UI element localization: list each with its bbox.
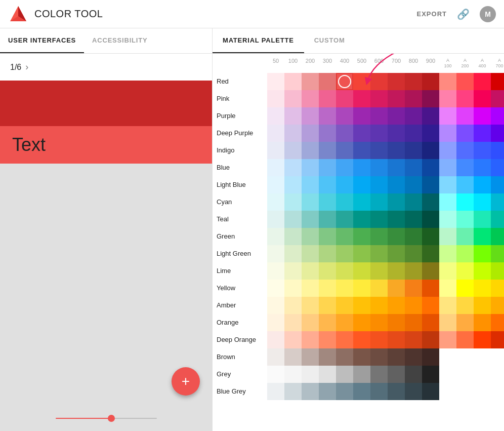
color-swatch[interactable] (336, 262, 353, 280)
slider-track[interactable] (56, 418, 157, 419)
color-swatch[interactable] (370, 159, 388, 176)
color-swatch[interactable] (336, 314, 353, 331)
color-swatch[interactable] (474, 159, 491, 176)
color-swatch[interactable] (439, 159, 456, 176)
color-swatch[interactable] (302, 176, 319, 193)
color-swatch[interactable] (474, 176, 491, 193)
color-swatch[interactable] (422, 211, 439, 228)
color-swatch[interactable] (422, 90, 439, 107)
color-swatch[interactable] (267, 90, 284, 107)
color-swatch[interactable] (456, 331, 474, 348)
color-swatch[interactable] (284, 348, 302, 366)
tab-material-palette[interactable]: MATERIAL PALETTE (213, 28, 304, 53)
color-swatch[interactable] (439, 262, 456, 280)
color-swatch[interactable] (284, 142, 302, 159)
color-swatch[interactable] (319, 125, 336, 142)
color-swatch[interactable] (388, 297, 405, 314)
color-swatch[interactable] (302, 331, 319, 348)
color-swatch[interactable] (267, 228, 284, 245)
color-swatch[interactable] (388, 314, 405, 331)
color-swatch[interactable] (405, 348, 422, 366)
color-swatch[interactable] (336, 280, 353, 297)
color-swatch[interactable] (456, 211, 474, 228)
color-swatch[interactable] (456, 348, 474, 366)
color-swatch[interactable] (267, 107, 284, 125)
color-swatch[interactable] (319, 176, 336, 193)
color-swatch[interactable] (405, 159, 422, 176)
color-swatch[interactable] (353, 228, 370, 245)
color-swatch[interactable] (370, 142, 388, 159)
color-swatch[interactable] (353, 159, 370, 176)
color-swatch[interactable] (439, 331, 456, 348)
color-swatch[interactable] (370, 366, 388, 383)
color-swatch[interactable] (336, 176, 353, 193)
color-swatch[interactable] (319, 366, 336, 383)
color-swatch[interactable] (336, 245, 353, 262)
color-swatch[interactable] (370, 90, 388, 107)
color-swatch[interactable] (353, 176, 370, 193)
color-swatch[interactable] (302, 73, 319, 90)
color-swatch[interactable] (439, 176, 456, 193)
color-swatch[interactable] (388, 366, 405, 383)
color-swatch[interactable] (284, 159, 302, 176)
color-swatch[interactable] (284, 366, 302, 383)
color-swatch[interactable] (439, 297, 456, 314)
color-swatch[interactable] (284, 73, 302, 90)
color-swatch[interactable] (319, 262, 336, 280)
color-swatch[interactable] (302, 280, 319, 297)
pagination-next[interactable]: › (25, 62, 28, 72)
color-swatch[interactable] (319, 245, 336, 262)
color-swatch[interactable] (456, 297, 474, 314)
color-swatch[interactable] (388, 142, 405, 159)
color-swatch[interactable] (439, 193, 456, 211)
color-swatch[interactable] (405, 142, 422, 159)
color-swatch[interactable] (491, 348, 504, 366)
color-swatch[interactable] (422, 280, 439, 297)
color-swatch[interactable] (474, 348, 491, 366)
color-swatch[interactable] (474, 142, 491, 159)
color-swatch[interactable] (302, 383, 319, 400)
color-swatch[interactable] (439, 383, 456, 400)
color-swatch[interactable] (491, 280, 504, 297)
color-swatch[interactable] (267, 366, 284, 383)
color-swatch[interactable] (422, 193, 439, 211)
color-swatch[interactable] (353, 211, 370, 228)
color-swatch[interactable] (267, 280, 284, 297)
color-swatch[interactable] (422, 348, 439, 366)
color-swatch[interactable] (336, 159, 353, 176)
color-swatch[interactable] (319, 90, 336, 107)
color-swatch[interactable] (302, 142, 319, 159)
color-swatch[interactable] (439, 280, 456, 297)
color-swatch[interactable] (405, 176, 422, 193)
fab-button[interactable]: + (172, 367, 200, 396)
color-swatch[interactable] (388, 176, 405, 193)
color-swatch[interactable] (388, 280, 405, 297)
color-swatch[interactable] (491, 211, 504, 228)
color-swatch[interactable] (353, 331, 370, 348)
color-swatch[interactable] (336, 366, 353, 383)
color-swatch[interactable] (422, 383, 439, 400)
link-icon[interactable]: 🔗 (457, 8, 470, 20)
color-swatch[interactable] (439, 228, 456, 245)
color-swatch[interactable] (284, 228, 302, 245)
color-swatch[interactable] (319, 297, 336, 314)
color-swatch[interactable] (267, 125, 284, 142)
color-swatch[interactable] (422, 366, 439, 383)
color-swatch[interactable] (284, 280, 302, 297)
color-swatch[interactable] (336, 211, 353, 228)
color-swatch[interactable] (491, 176, 504, 193)
color-swatch[interactable] (388, 211, 405, 228)
account-icon[interactable]: M (480, 6, 496, 22)
color-swatch[interactable] (284, 176, 302, 193)
color-swatch[interactable] (388, 107, 405, 125)
color-swatch[interactable] (353, 107, 370, 125)
color-swatch[interactable] (370, 73, 388, 90)
color-swatch[interactable] (302, 107, 319, 125)
color-swatch[interactable] (336, 193, 353, 211)
color-swatch[interactable] (353, 125, 370, 142)
color-swatch[interactable] (439, 245, 456, 262)
color-swatch[interactable] (405, 73, 422, 90)
color-swatch[interactable] (422, 314, 439, 331)
color-swatch[interactable] (474, 73, 491, 90)
color-swatch[interactable] (388, 228, 405, 245)
